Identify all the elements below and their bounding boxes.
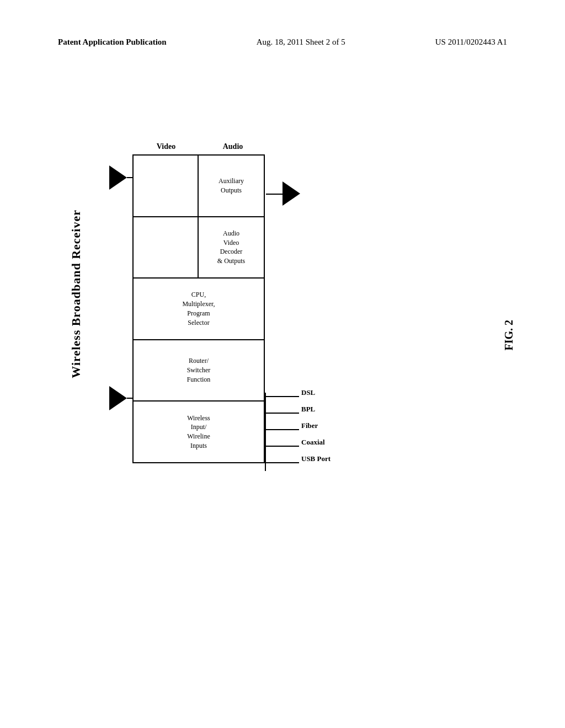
line-dsl xyxy=(266,396,299,397)
block-router-text: Router/SwitcherFunction xyxy=(185,354,213,386)
block-av-left-empty xyxy=(163,245,168,249)
label-fiber: Fiber xyxy=(301,421,318,430)
block-router: Router/SwitcherFunction xyxy=(134,340,264,402)
block-cpu: CPU,Multiplexer,ProgramSelector xyxy=(134,279,264,340)
label-dsl: DSL xyxy=(301,388,315,397)
block-aux-text: AuxiliaryOutputs xyxy=(216,174,246,197)
page-header: Patent Application Publication Aug. 18, … xyxy=(0,38,565,47)
line-fiber xyxy=(266,429,299,430)
block-aux: AuxiliaryOutputs xyxy=(134,156,264,217)
label-bpl: BPL xyxy=(301,405,315,414)
arrow-bottom xyxy=(109,386,127,410)
label-coaxial: Coaxial xyxy=(301,438,325,447)
line-bpl xyxy=(266,413,299,414)
block-cpu-text: CPU,Multiplexer,ProgramSelector xyxy=(180,288,217,329)
line-coaxial xyxy=(266,446,299,447)
block-inputs-text: WirelessInput/WirelineInputs xyxy=(185,411,212,453)
publication-label: Patent Application Publication xyxy=(58,38,167,47)
block-av-text: AudioVideoDecoder& Outputs xyxy=(215,227,247,268)
block-av: AudioVideoDecoder& Outputs xyxy=(134,217,264,279)
line-av-right xyxy=(266,194,282,195)
block-aux-left-empty xyxy=(163,184,168,188)
right-vert-bar xyxy=(265,393,266,471)
line-arrow-bottom xyxy=(127,398,134,399)
main-block: AuxiliaryOutputs AudioVideoDecoder& Outp… xyxy=(132,154,265,463)
col-audio-label: Audio xyxy=(201,142,265,151)
column-labels: Video Audio xyxy=(132,142,265,151)
arrow-top xyxy=(109,165,127,190)
label-usb: USB Port xyxy=(301,454,331,463)
col-video-label: Video xyxy=(132,142,200,151)
diagram: Wireless Broadband Receiver Video Audio … xyxy=(33,110,375,540)
block-inputs: WirelessInput/WirelineInputs xyxy=(134,402,264,462)
diagram-title: Wireless Broadband Receiver xyxy=(69,210,83,378)
patent-number-label: US 2011/0202443 A1 xyxy=(435,38,507,47)
line-arrow-top xyxy=(127,177,134,178)
arrow-av-out xyxy=(282,181,300,206)
date-sheet-label: Aug. 18, 2011 Sheet 2 of 5 xyxy=(257,38,345,47)
fig-label: FIG. 2 xyxy=(503,320,515,351)
line-usb xyxy=(266,462,299,463)
